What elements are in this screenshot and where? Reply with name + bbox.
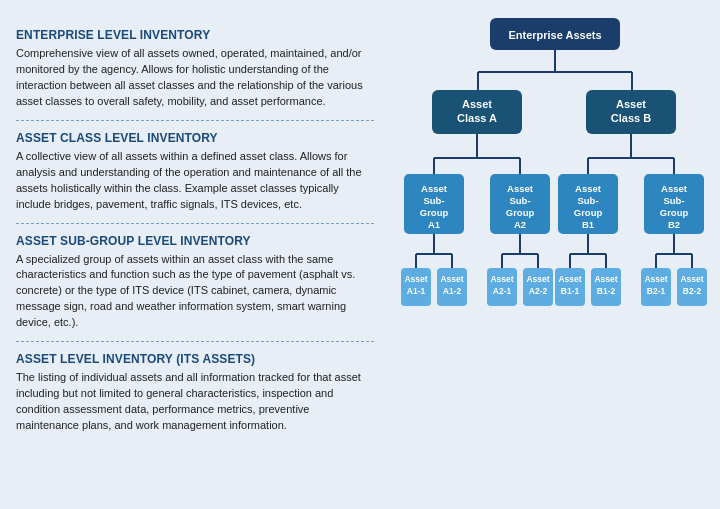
section-body-asset-class: A collective view of all assets within a… (16, 149, 374, 213)
svg-text:Group: Group (420, 207, 449, 218)
svg-text:B1-2: B1-2 (597, 286, 616, 296)
svg-text:Asset: Asset (404, 274, 427, 284)
tree-diagram: Enterprise Assets Asset Class A Asset Cl… (400, 10, 710, 499)
svg-text:B1-1: B1-1 (561, 286, 580, 296)
svg-text:A2: A2 (514, 219, 526, 230)
svg-text:Asset: Asset (680, 274, 703, 284)
section-title-asset-class: ASSET CLASS LEVEL INVENTORY (16, 131, 374, 145)
svg-text:B2-1: B2-1 (647, 286, 666, 296)
svg-text:Sub-: Sub- (423, 195, 444, 206)
svg-text:A1: A1 (428, 219, 441, 230)
svg-text:Sub-: Sub- (509, 195, 530, 206)
svg-text:Sub-: Sub- (577, 195, 598, 206)
section-asset-class: ASSET CLASS LEVEL INVENTORY A collective… (16, 121, 374, 224)
svg-text:Asset: Asset (526, 274, 549, 284)
svg-text:Asset: Asset (644, 274, 667, 284)
section-body-asset-level: The listing of individual assets and all… (16, 370, 374, 434)
svg-text:A1-2: A1-2 (443, 286, 462, 296)
svg-text:Asset: Asset (616, 98, 646, 110)
left-panel: ENTERPRISE LEVEL INVENTORY Comprehensive… (0, 0, 390, 509)
svg-text:Class B: Class B (611, 112, 651, 124)
section-title-asset-level: ASSET LEVEL INVENTORY (ITS ASSETS) (16, 352, 374, 366)
svg-text:Enterprise Assets: Enterprise Assets (508, 29, 601, 41)
section-title-enterprise: ENTERPRISE LEVEL INVENTORY (16, 28, 374, 42)
svg-text:Asset: Asset (462, 98, 492, 110)
section-sub-group: ASSET SUB-GROUP LEVEL INVENTORY A specia… (16, 224, 374, 343)
svg-text:Asset: Asset (507, 183, 534, 194)
svg-text:Asset: Asset (558, 274, 581, 284)
svg-text:Asset: Asset (594, 274, 617, 284)
svg-text:Asset: Asset (661, 183, 688, 194)
section-body-sub-group: A specialized group of assets within an … (16, 252, 374, 332)
svg-text:A2-2: A2-2 (529, 286, 548, 296)
right-panel: Enterprise Assets Asset Class A Asset Cl… (390, 0, 720, 509)
svg-text:Asset: Asset (490, 274, 513, 284)
section-enterprise: ENTERPRISE LEVEL INVENTORY Comprehensive… (16, 18, 374, 121)
svg-text:B2: B2 (668, 219, 680, 230)
svg-text:B1: B1 (582, 219, 595, 230)
svg-text:Asset: Asset (421, 183, 448, 194)
svg-text:Sub-: Sub- (663, 195, 684, 206)
section-body-enterprise: Comprehensive view of all assets owned, … (16, 46, 374, 110)
svg-text:Asset: Asset (440, 274, 463, 284)
svg-text:Class A: Class A (457, 112, 497, 124)
svg-text:Group: Group (506, 207, 535, 218)
svg-text:B2-2: B2-2 (683, 286, 702, 296)
svg-text:A1-1: A1-1 (407, 286, 426, 296)
svg-text:Group: Group (660, 207, 689, 218)
svg-text:Group: Group (574, 207, 603, 218)
svg-text:Asset: Asset (575, 183, 602, 194)
svg-text:A2-1: A2-1 (493, 286, 512, 296)
section-asset-level: ASSET LEVEL INVENTORY (ITS ASSETS) The l… (16, 342, 374, 444)
section-title-sub-group: ASSET SUB-GROUP LEVEL INVENTORY (16, 234, 374, 248)
